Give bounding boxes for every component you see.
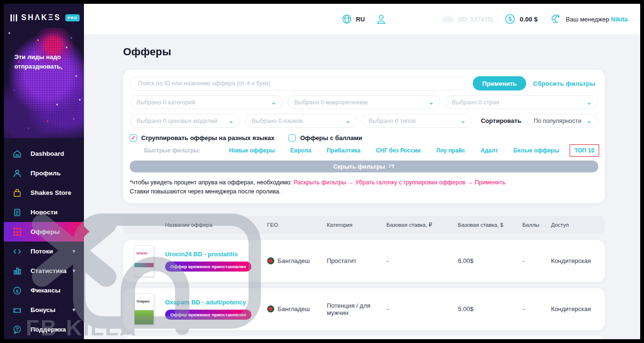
balance-dollar-icon: $ [504,13,516,25]
svg-text:$: $ [16,288,18,293]
bar-chart-icon [11,265,23,277]
checkbox-checked-icon: ✓ [130,134,137,141]
sidebar-item-shakes-store[interactable]: Shakes Store [4,183,84,202]
dollar-circle-icon: $ [11,285,23,296]
price-models-select[interactable]: Выбрано 0 ценовых моделей⌄ [130,114,240,128]
col-rate-usd: Базовая ставка, $ [458,222,522,228]
product-image: Oxapam [134,293,154,325]
macroregions-select[interactable]: Выбрано 0 макрорегионов⌄ [288,95,441,109]
quick-filter-white-offers[interactable]: Белые офферы [513,147,559,154]
table-row[interactable]: Oxapam Oxapam BD - adult/potency Оффер в… [123,288,605,330]
quick-filter-top10[interactable]: ТОП 10 [570,144,599,157]
col-access: Доступ [551,222,605,228]
points-cell: - [522,305,551,313]
sidebar-menu: Dashboard Профиль Shakes Store Новости [4,144,84,339]
balance-value[interactable]: 0.00 $ [519,16,538,23]
logo-pro-badge: PRO [65,14,80,21]
user-id-label: (ID: 137415) [458,16,493,23]
col-offer-name: Название оффера [165,222,267,228]
language-switcher[interactable]: RU [342,14,365,24]
support-24-7-icon: 247 [11,324,23,335]
table-row[interactable]: Urocin Urocin24 BD - prostatitis Оффер в… [123,240,605,282]
col-category: Категория [327,222,386,228]
chevron-down-icon: ⌄ [345,117,350,124]
app-window: SHΛKΞS PRO Эти лиды надо отпраздновать, … [4,4,640,339]
newspaper-icon [11,207,23,218]
blurred-username [442,16,454,22]
sidebar-item-dashboard[interactable]: Dashboard [4,144,84,163]
apply-button[interactable]: Применить [473,76,526,91]
quick-filter-baltics[interactable]: Прибалтика [327,147,361,154]
quick-filter-cis[interactable]: СНГ без России [376,147,421,154]
quick-filter-low-price[interactable]: Лоу прайс [436,147,465,154]
sidebar-item-profile[interactable]: Профиль [4,163,84,183]
language-label: RU [356,16,365,23]
hide-filters-bar[interactable]: Скрыть фильтры [130,161,598,172]
sidebar-banner: Эти лиды надо отпраздновать, [4,28,84,138]
search-input[interactable] [130,76,466,91]
col-rate-rub: Базовая ставка, ₽ [386,222,458,228]
manager-label[interactable]: Ваш менеджер Nikita [566,16,628,23]
chevron-down-icon: ⌄ [429,99,434,106]
globe-icon [342,14,352,24]
sidebar-item-support[interactable]: 247 Поддержка [4,320,84,339]
sidebar-item-finances[interactable]: $ Финансы [4,281,84,300]
access-cell: Кондитерская [551,305,605,313]
reset-filters-button[interactable]: Сбросить фильтры [533,80,598,87]
quick-filters: Быстрые фильтры: Новые офферы Европа При… [130,147,598,154]
chevron-down-icon: ⌄ [229,117,233,124]
bangladesh-flag-icon [267,257,274,264]
rate-rub-cell: - [386,257,458,264]
access-cell: Кондитерская [551,257,605,264]
chevron-down-icon: ▼ [72,249,76,254]
chevron-down-icon: ⌄ [587,99,592,106]
categories-select[interactable]: Выбрано 0 категорий⌄ [130,95,283,109]
collapse-filters-icon [388,163,395,170]
svg-text:$: $ [509,16,512,22]
quick-filter-europe[interactable]: Европа [290,147,311,154]
status-badge: Оффер временно приостановлен [165,310,251,320]
sidebar-item-bonuses[interactable]: Бонусы ▼ [4,300,84,320]
approval-note: *чтобы увидеть процент апрува на офферах… [130,178,598,197]
languages-select[interactable]: Выбрано 0 языков⌄ [245,114,357,128]
sidebar-item-offers[interactable]: Офферы [4,222,84,242]
logo[interactable]: SHΛKΞS PRO [4,4,84,22]
chevron-down-icon: ⌄ [271,99,276,106]
filters-panel: Применить Сбросить фильтры Выбрано 0 кат… [123,70,605,203]
svg-text:7: 7 [16,329,18,332]
sidebar-item-streams[interactable]: Потоки ▼ [4,242,84,261]
group-offers-checkbox[interactable]: ✓ Сгруппировать офферы на разных языках [130,134,274,141]
quick-filters-label: Быстрые фильтры: [144,147,216,154]
code-icon [11,246,23,257]
col-points: Баллы [522,222,551,228]
checkbox-unchecked-icon [289,134,296,141]
offer-name-link[interactable]: Oxapam BD - adult/potency [165,299,246,306]
chevron-down-icon: ▼ [72,268,76,273]
page-title: Офферы [123,46,640,58]
offers-with-points-checkbox[interactable]: Офферы с баллами [289,134,362,141]
quick-filter-adult[interactable]: Адалт [480,147,498,154]
logo-bars-icon [10,14,17,21]
profile-icon[interactable] [375,13,387,25]
chevron-down-icon: ⌄ [460,117,465,124]
sidebar-item-news[interactable]: Новости [4,202,84,222]
chevron-down-icon: ⌄ [587,117,592,124]
main-area: RU (ID: 137415) $ 0.00 $ Ваш менеджер Ni… [84,4,640,339]
countries-select[interactable]: Выбрано 0 стран⌄ [445,95,598,109]
quick-filter-new-offers[interactable]: Новые офферы [229,147,275,154]
banner-text: Эти лиды надо отпраздновать, [14,52,62,71]
sort-select[interactable]: По популярности⌄ [527,114,598,128]
status-badge: Оффер временно приостановлен [165,262,251,272]
table-row-partial[interactable] [123,336,605,339]
logo-text: SHΛKΞS [21,13,61,22]
topbar: RU (ID: 137415) $ 0.00 $ Ваш менеджер Ni… [84,4,640,34]
offer-name-link[interactable]: Urocin24 BD - prostatitis [165,251,238,258]
category-cell: Потенция / для мужчин [327,302,386,316]
types-select[interactable]: Выбрано 0 типов⌄ [362,114,472,128]
content: Офферы Применить Сбросить фильтры Выбран… [84,34,640,339]
ticket-icon [11,304,23,316]
col-geo: ГЕО [267,222,327,228]
manager-name: Nikita [611,16,628,23]
sidebar-item-statistics[interactable]: Статистика ▼ [4,261,84,281]
rate-usd-cell: 5.00$ [458,305,522,313]
